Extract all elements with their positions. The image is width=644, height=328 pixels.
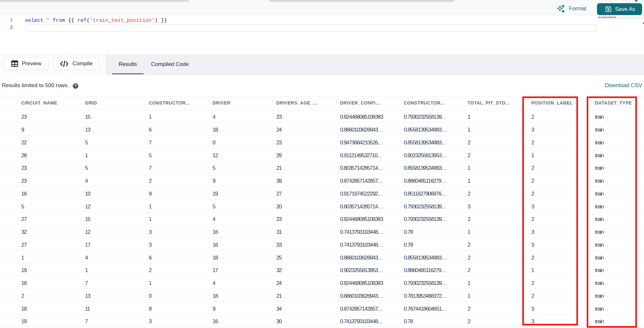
svg-text:?: ? (74, 83, 77, 88)
